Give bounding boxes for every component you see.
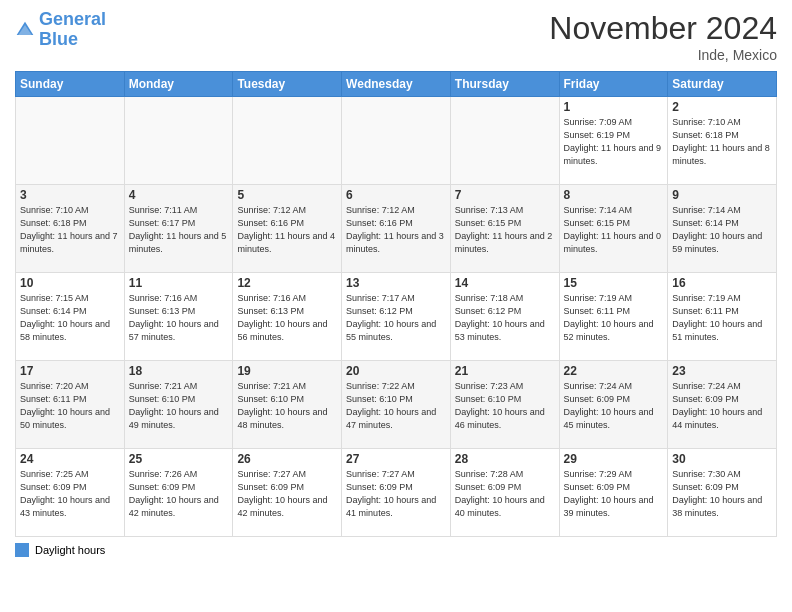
day-cell: 21Sunrise: 7:23 AMSunset: 6:10 PMDayligh…: [450, 361, 559, 449]
day-cell: 30Sunrise: 7:30 AMSunset: 6:09 PMDayligh…: [668, 449, 777, 537]
day-number: 3: [20, 188, 120, 202]
day-number: 8: [564, 188, 664, 202]
day-cell: 26Sunrise: 7:27 AMSunset: 6:09 PMDayligh…: [233, 449, 342, 537]
day-number: 13: [346, 276, 446, 290]
day-cell: [16, 97, 125, 185]
logo-line1: General: [39, 9, 106, 29]
day-cell: 3Sunrise: 7:10 AMSunset: 6:18 PMDaylight…: [16, 185, 125, 273]
day-info: Sunrise: 7:19 AMSunset: 6:11 PMDaylight:…: [564, 292, 664, 344]
day-number: 20: [346, 364, 446, 378]
title-section: November 2024 Inde, Mexico: [549, 10, 777, 63]
day-number: 15: [564, 276, 664, 290]
month-title: November 2024: [549, 10, 777, 47]
day-number: 28: [455, 452, 555, 466]
legend: Daylight hours: [15, 543, 777, 557]
calendar-table: SundayMondayTuesdayWednesdayThursdayFrid…: [15, 71, 777, 537]
day-number: 29: [564, 452, 664, 466]
day-number: 22: [564, 364, 664, 378]
day-info: Sunrise: 7:20 AMSunset: 6:11 PMDaylight:…: [20, 380, 120, 432]
day-number: 14: [455, 276, 555, 290]
day-number: 7: [455, 188, 555, 202]
day-number: 10: [20, 276, 120, 290]
day-cell: 19Sunrise: 7:21 AMSunset: 6:10 PMDayligh…: [233, 361, 342, 449]
day-info: Sunrise: 7:24 AMSunset: 6:09 PMDaylight:…: [672, 380, 772, 432]
week-row-2: 3Sunrise: 7:10 AMSunset: 6:18 PMDaylight…: [16, 185, 777, 273]
day-cell: 5Sunrise: 7:12 AMSunset: 6:16 PMDaylight…: [233, 185, 342, 273]
day-cell: 23Sunrise: 7:24 AMSunset: 6:09 PMDayligh…: [668, 361, 777, 449]
header-row: SundayMondayTuesdayWednesdayThursdayFrid…: [16, 72, 777, 97]
day-cell: 2Sunrise: 7:10 AMSunset: 6:18 PMDaylight…: [668, 97, 777, 185]
logo: General Blue: [15, 10, 106, 50]
day-cell: 11Sunrise: 7:16 AMSunset: 6:13 PMDayligh…: [124, 273, 233, 361]
week-row-5: 24Sunrise: 7:25 AMSunset: 6:09 PMDayligh…: [16, 449, 777, 537]
day-cell: [124, 97, 233, 185]
day-cell: 25Sunrise: 7:26 AMSunset: 6:09 PMDayligh…: [124, 449, 233, 537]
day-number: 1: [564, 100, 664, 114]
col-header-friday: Friday: [559, 72, 668, 97]
day-number: 26: [237, 452, 337, 466]
day-cell: [233, 97, 342, 185]
day-info: Sunrise: 7:23 AMSunset: 6:10 PMDaylight:…: [455, 380, 555, 432]
main-container: General Blue November 2024 Inde, Mexico …: [0, 0, 792, 567]
day-info: Sunrise: 7:21 AMSunset: 6:10 PMDaylight:…: [129, 380, 229, 432]
day-cell: 7Sunrise: 7:13 AMSunset: 6:15 PMDaylight…: [450, 185, 559, 273]
day-number: 11: [129, 276, 229, 290]
day-cell: 16Sunrise: 7:19 AMSunset: 6:11 PMDayligh…: [668, 273, 777, 361]
day-number: 27: [346, 452, 446, 466]
day-info: Sunrise: 7:29 AMSunset: 6:09 PMDaylight:…: [564, 468, 664, 520]
day-info: Sunrise: 7:12 AMSunset: 6:16 PMDaylight:…: [346, 204, 446, 256]
day-info: Sunrise: 7:10 AMSunset: 6:18 PMDaylight:…: [672, 116, 772, 168]
day-number: 19: [237, 364, 337, 378]
day-number: 5: [237, 188, 337, 202]
day-cell: 17Sunrise: 7:20 AMSunset: 6:11 PMDayligh…: [16, 361, 125, 449]
day-number: 30: [672, 452, 772, 466]
day-info: Sunrise: 7:11 AMSunset: 6:17 PMDaylight:…: [129, 204, 229, 256]
day-cell: [342, 97, 451, 185]
day-number: 12: [237, 276, 337, 290]
day-number: 4: [129, 188, 229, 202]
day-cell: 9Sunrise: 7:14 AMSunset: 6:14 PMDaylight…: [668, 185, 777, 273]
day-info: Sunrise: 7:14 AMSunset: 6:14 PMDaylight:…: [672, 204, 772, 256]
logo-icon: [15, 20, 35, 40]
day-info: Sunrise: 7:26 AMSunset: 6:09 PMDaylight:…: [129, 468, 229, 520]
day-info: Sunrise: 7:27 AMSunset: 6:09 PMDaylight:…: [346, 468, 446, 520]
day-info: Sunrise: 7:30 AMSunset: 6:09 PMDaylight:…: [672, 468, 772, 520]
day-info: Sunrise: 7:19 AMSunset: 6:11 PMDaylight:…: [672, 292, 772, 344]
day-info: Sunrise: 7:14 AMSunset: 6:15 PMDaylight:…: [564, 204, 664, 256]
legend-label: Daylight hours: [35, 544, 105, 556]
col-header-wednesday: Wednesday: [342, 72, 451, 97]
day-number: 18: [129, 364, 229, 378]
day-number: 24: [20, 452, 120, 466]
day-cell: 12Sunrise: 7:16 AMSunset: 6:13 PMDayligh…: [233, 273, 342, 361]
day-info: Sunrise: 7:22 AMSunset: 6:10 PMDaylight:…: [346, 380, 446, 432]
day-number: 6: [346, 188, 446, 202]
day-cell: 29Sunrise: 7:29 AMSunset: 6:09 PMDayligh…: [559, 449, 668, 537]
day-number: 2: [672, 100, 772, 114]
day-info: Sunrise: 7:10 AMSunset: 6:18 PMDaylight:…: [20, 204, 120, 256]
day-cell: 6Sunrise: 7:12 AMSunset: 6:16 PMDaylight…: [342, 185, 451, 273]
week-row-1: 1Sunrise: 7:09 AMSunset: 6:19 PMDaylight…: [16, 97, 777, 185]
day-number: 23: [672, 364, 772, 378]
day-cell: [450, 97, 559, 185]
day-cell: 8Sunrise: 7:14 AMSunset: 6:15 PMDaylight…: [559, 185, 668, 273]
col-header-thursday: Thursday: [450, 72, 559, 97]
day-info: Sunrise: 7:16 AMSunset: 6:13 PMDaylight:…: [237, 292, 337, 344]
day-cell: 27Sunrise: 7:27 AMSunset: 6:09 PMDayligh…: [342, 449, 451, 537]
day-info: Sunrise: 7:28 AMSunset: 6:09 PMDaylight:…: [455, 468, 555, 520]
day-info: Sunrise: 7:18 AMSunset: 6:12 PMDaylight:…: [455, 292, 555, 344]
day-info: Sunrise: 7:09 AMSunset: 6:19 PMDaylight:…: [564, 116, 664, 168]
day-cell: 13Sunrise: 7:17 AMSunset: 6:12 PMDayligh…: [342, 273, 451, 361]
day-cell: 1Sunrise: 7:09 AMSunset: 6:19 PMDaylight…: [559, 97, 668, 185]
day-info: Sunrise: 7:27 AMSunset: 6:09 PMDaylight:…: [237, 468, 337, 520]
day-cell: 18Sunrise: 7:21 AMSunset: 6:10 PMDayligh…: [124, 361, 233, 449]
day-info: Sunrise: 7:21 AMSunset: 6:10 PMDaylight:…: [237, 380, 337, 432]
day-cell: 24Sunrise: 7:25 AMSunset: 6:09 PMDayligh…: [16, 449, 125, 537]
location: Inde, Mexico: [549, 47, 777, 63]
col-header-saturday: Saturday: [668, 72, 777, 97]
day-cell: 14Sunrise: 7:18 AMSunset: 6:12 PMDayligh…: [450, 273, 559, 361]
day-info: Sunrise: 7:12 AMSunset: 6:16 PMDaylight:…: [237, 204, 337, 256]
day-number: 25: [129, 452, 229, 466]
day-cell: 20Sunrise: 7:22 AMSunset: 6:10 PMDayligh…: [342, 361, 451, 449]
day-cell: 22Sunrise: 7:24 AMSunset: 6:09 PMDayligh…: [559, 361, 668, 449]
day-info: Sunrise: 7:13 AMSunset: 6:15 PMDaylight:…: [455, 204, 555, 256]
